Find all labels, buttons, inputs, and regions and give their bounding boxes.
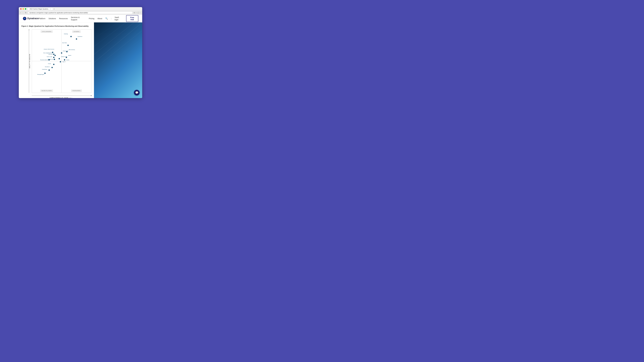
forward-button[interactable]: › <box>22 12 24 14</box>
address-bar[interactable] <box>28 11 132 14</box>
nav-about[interactable]: About <box>98 17 102 19</box>
browser-window: 2022 Gartner Magic Quadran... ✕ + ‹ › ↻ … <box>19 7 142 98</box>
niche-players-label: NICHE PLAYERS <box>40 90 53 92</box>
label-newrelic: New Relic <box>62 42 67 43</box>
dot-sumologic <box>53 57 54 58</box>
bookmarks-icon: ☆ <box>136 12 137 13</box>
window-controls <box>20 8 26 10</box>
nav-services-support[interactable]: Services & Support <box>71 16 80 21</box>
nav-solutions[interactable]: Solutions <box>48 17 56 19</box>
main-body: Figure 1: Magic Quadrant for Application… <box>19 22 142 98</box>
browser-toolbar: ⊞ ☆ ◯ ⋮ <box>134 12 141 13</box>
nav-pricing[interactable]: Pricing <box>89 17 94 19</box>
nav-links: Platform Solutions Resources Services & … <box>39 15 138 22</box>
label-microsoft: Microsoft <box>48 54 53 55</box>
close-button[interactable] <box>20 8 22 10</box>
label-solarwinds: SolarWinds <box>42 69 47 70</box>
new-tab-button[interactable]: + <box>54 8 54 10</box>
dot-newrelic <box>68 45 69 46</box>
nav-platform[interactable]: Platform <box>39 17 45 19</box>
extensions-icon: ⊞ <box>134 12 135 13</box>
dot-vmware <box>58 58 60 59</box>
axis-wrapper: ▲ ABILITY TO EXECUTE CHALLENGERS LEADERS <box>32 29 92 93</box>
quadrant-container: CHALLENGERS LEADERS NICHE PLAYERS VISI <box>32 29 92 93</box>
dot-dynatrace <box>76 38 77 40</box>
reload-button[interactable]: ↻ <box>25 12 27 14</box>
label-dynatrace: Dynatrace <box>78 36 82 37</box>
logo-text: Dynatrace <box>27 17 39 20</box>
profile-icon: ◯ <box>138 12 139 13</box>
dot-microsoft <box>54 55 56 56</box>
dot-logzio <box>60 61 61 62</box>
dot-elastic <box>64 59 65 60</box>
nav-resources[interactable]: Resources <box>59 17 68 19</box>
svg-line-5 <box>110 38 142 62</box>
chart-title: Figure 1: Magic Quadrant for Application… <box>22 25 92 27</box>
label-oracle: Oracle <box>48 63 51 64</box>
logo[interactable]: Dynatrace <box>23 16 39 20</box>
dot-cisco <box>53 54 54 55</box>
browser-titlebar: 2022 Gartner Magic Quadran... ✕ + <box>19 7 142 11</box>
free-trial-button[interactable]: Free trial <box>126 15 138 22</box>
label-splunk: Splunk <box>68 55 71 56</box>
minimize-button[interactable] <box>22 8 24 10</box>
label-elastic: Elastic <box>66 59 70 60</box>
label-ibm: IBM (Instana) <box>69 49 75 50</box>
svg-line-3 <box>102 30 142 62</box>
challengers-label: CHALLENGERS <box>41 30 53 33</box>
nav-separator: | <box>111 17 112 19</box>
label-aws: Amazon Web Services <box>44 48 54 50</box>
back-button[interactable]: ‹ <box>20 12 21 14</box>
chart-section: Figure 1: Magic Quadrant for Application… <box>19 22 94 98</box>
dot-datadog <box>70 36 72 37</box>
dot-broadcom <box>52 67 53 68</box>
svg-line-4 <box>94 22 126 46</box>
background-lines <box>94 22 142 62</box>
dot-solarwinds <box>48 69 50 71</box>
dot-honeycomb <box>61 52 62 54</box>
label-logzio: Logz.io <box>62 61 66 62</box>
browser-tab[interactable]: 2022 Gartner Magic Quadran... ✕ <box>28 8 53 10</box>
dynatrace-logo-icon <box>23 16 26 20</box>
chat-icon: 💬 <box>135 91 138 94</box>
label-honeycomb: Honeycomb <box>63 50 68 51</box>
maximize-button[interactable] <box>25 8 26 10</box>
label-manageengine: ManageEngine <box>37 74 44 75</box>
niche-players-quadrant: NICHE PLAYERS <box>32 61 62 93</box>
visionaries-quadrant: VISIONARIES <box>62 61 91 93</box>
label-sumologic: Sumo Logic <box>47 56 52 57</box>
svg-line-6 <box>94 22 118 38</box>
visionaries-label: VISIONARIES <box>71 90 82 92</box>
label-vmware: VMware (TO) <box>61 56 67 57</box>
label-broadcom: Broadcom <box>45 66 50 67</box>
search-icon[interactable]: 🔍 <box>105 17 108 19</box>
x-axis-arrow: ▶ <box>91 95 92 96</box>
svg-line-2 <box>94 22 134 54</box>
saas-login-link[interactable]: SaaS login <box>114 16 119 21</box>
dot-manageengine <box>44 72 46 74</box>
label-datadog: Datadog <box>64 33 68 34</box>
menu-icon[interactable]: ⋮ <box>140 12 141 13</box>
dot-oracle <box>53 64 54 65</box>
page-content: Dynatrace Platform Solutions Resources S… <box>19 15 142 98</box>
tab-title: 2022 Gartner Magic Quadran... <box>30 8 49 10</box>
browser-addressbar: ‹ › ↻ ⊞ ☆ ◯ ⋮ <box>19 11 142 15</box>
chat-widget[interactable]: 💬 <box>134 90 140 95</box>
y-axis-arrow: ▲ <box>28 29 30 30</box>
y-axis-label: ABILITY TO EXECUTE <box>29 54 30 68</box>
label-riverbed: Riverbed (Aternity) <box>40 59 49 60</box>
main-nav: Dynatrace Platform Solutions Resources S… <box>19 15 142 22</box>
background-section: 💬 <box>94 22 142 98</box>
label-cisco: Cisco (AppDynamics) <box>43 52 53 53</box>
tab-close-button[interactable]: ✕ <box>50 8 51 10</box>
x-axis-label: COMPLETENESS OF VISION ——→ <box>50 97 73 98</box>
leaders-label: LEADERS <box>72 30 81 33</box>
